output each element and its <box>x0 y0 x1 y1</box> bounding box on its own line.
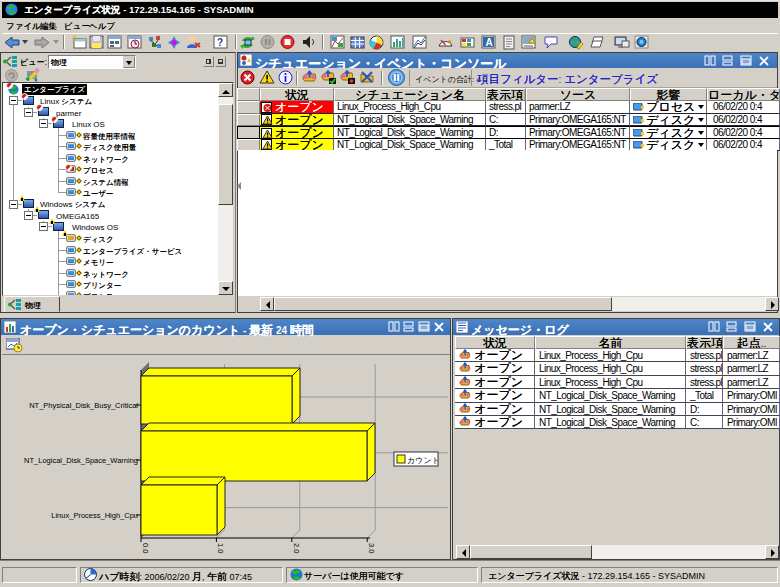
svg-text:カウント: カウント <box>407 456 440 465</box>
svg-text:NT_Logical_Disk_Space_Warning: NT_Logical_Disk_Space_Warning <box>24 456 138 465</box>
svg-text:Linux_Process_High_Cpu: Linux_Process_High_Cpu <box>51 511 138 520</box>
svg-text:0.0: 0.0 <box>141 543 150 553</box>
svg-text:2.0: 2.0 <box>292 543 301 553</box>
svg-text:A: A <box>486 37 493 48</box>
svg-text:3.0: 3.0 <box>367 543 376 553</box>
svg-text:NT_Physical_Disk_Busy_Critical: NT_Physical_Disk_Busy_Critical <box>29 401 138 410</box>
svg-text:?: ? <box>217 37 223 48</box>
svg-text:1.0: 1.0 <box>216 543 225 553</box>
